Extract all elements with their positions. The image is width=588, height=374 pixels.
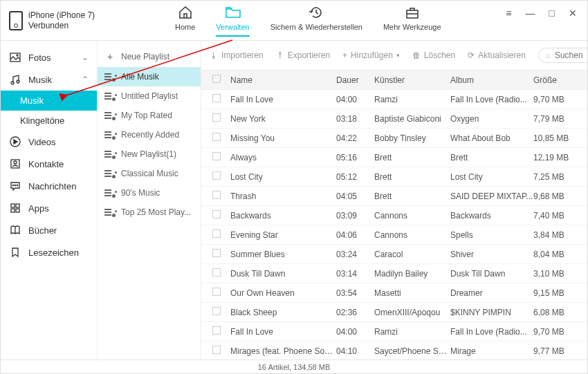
message-icon <box>9 180 21 192</box>
row-checkbox[interactable] <box>212 249 221 257</box>
cell-name: Dusk Till Dawn <box>226 269 336 279</box>
nav-verwalten[interactable]: Verwalten <box>216 5 249 37</box>
row-checkbox[interactable] <box>212 288 221 296</box>
row-checkbox[interactable] <box>212 171 221 180</box>
table-row[interactable]: Black Sheep02:36OmenXIII/Apoqou$KINNY PI… <box>201 303 587 322</box>
table-row[interactable]: Lost City05:12BrettLost City7,25 MB <box>201 167 587 187</box>
cell-artist: Madilyn Bailey <box>374 269 450 279</box>
cell-artist: Caracol <box>374 250 450 259</box>
nav-home[interactable]: Home <box>175 5 195 37</box>
sidebar-kontakte[interactable]: Kontakte <box>1 153 97 175</box>
table-row[interactable]: Mirages (feat. Phoene Somsavath)04:10Say… <box>201 342 587 359</box>
sidebar-buecher[interactable]: Bücher <box>1 219 97 241</box>
row-checkbox[interactable] <box>212 268 221 277</box>
row-checkbox[interactable] <box>212 210 221 218</box>
table-row[interactable]: Always05:16BrettBrett12,19 MB <box>201 148 587 167</box>
import-button[interactable]: ⭳Importieren <box>210 50 264 60</box>
sidebar-musik[interactable]: Musik⌃ <box>1 68 97 91</box>
sidebar-nachrichten[interactable]: Nachrichten <box>1 175 97 197</box>
row-checkbox[interactable] <box>212 133 221 141</box>
chevron-up-icon: ⌃ <box>82 75 89 84</box>
svg-point-10 <box>15 185 15 185</box>
sidebar-klingeltoene[interactable]: Klingeltöne <box>1 111 97 131</box>
select-all-checkbox[interactable] <box>212 75 221 83</box>
table-row[interactable]: Backwards03:09CannonsBackwards7,40 MB <box>201 206 587 225</box>
cell-size: 8,04 MB <box>533 250 582 259</box>
playlist-alle-musik[interactable]: Alle Musik <box>98 67 201 86</box>
cell-name: Backwards <box>226 211 336 221</box>
sidebar-lesezeichen[interactable]: Lesezeichen <box>1 241 97 263</box>
row-checkbox[interactable] <box>212 230 221 238</box>
col-kuenstler[interactable]: Künstler <box>374 75 450 85</box>
plus-icon: + <box>104 51 116 62</box>
playlist-neue[interactable]: +Neue Playlist <box>98 46 201 67</box>
row-checkbox[interactable] <box>212 113 221 122</box>
menu-button[interactable]: ≡ <box>502 6 515 20</box>
col-groesse[interactable]: Größe <box>533 75 582 85</box>
cell-name: Summer Blues <box>226 250 336 259</box>
table-row[interactable]: Dusk Till Dawn03:14Madilyn BaileyDusk Ti… <box>201 264 587 283</box>
cell-dauer: 03:14 <box>336 269 374 279</box>
cell-size: 7,40 MB <box>533 211 582 221</box>
cell-dauer: 04:05 <box>336 191 374 201</box>
table-row[interactable]: Summer Blues03:24CaracolShiver8,04 MB <box>201 245 587 264</box>
playlist-new1[interactable]: New Playlist(1) <box>98 144 201 164</box>
refresh-button[interactable]: ⟳Aktualisieren <box>468 50 526 60</box>
refresh-icon: ⟳ <box>468 50 475 60</box>
sidebar-musik-sub[interactable]: Musik <box>1 91 97 111</box>
delete-button[interactable]: 🗑Löschen <box>412 50 455 60</box>
playlist-icon <box>104 169 116 178</box>
cell-artist: Brett <box>374 191 450 201</box>
table-row[interactable]: Fall In Love04:00RamziFall In Love (Radi… <box>201 322 587 342</box>
nav-sichern[interactable]: Sichern & Wiederherstellen <box>270 5 362 37</box>
playlist-mytop[interactable]: My Top Rated <box>98 106 201 125</box>
cell-album: Brett <box>450 153 533 162</box>
cell-dauer: 02:36 <box>336 308 374 317</box>
export-icon: ⭱ <box>276 50 284 60</box>
playlist-untitled[interactable]: Untitled Playlist <box>98 86 201 106</box>
cell-dauer: 03:09 <box>336 211 374 221</box>
sidebar-videos[interactable]: Videos <box>1 131 97 153</box>
row-checkbox[interactable] <box>212 191 221 199</box>
cell-artist: Cannons <box>374 211 450 221</box>
playlist-classical[interactable]: Classical Music <box>98 164 201 183</box>
add-button[interactable]: +Hinzufügen▾ <box>342 50 400 60</box>
table-row[interactable]: Our Own Heaven03:54MasettiDreamer9,15 MB <box>201 283 587 303</box>
cell-name: New York <box>226 114 336 124</box>
search-box[interactable]: ⌕ <box>538 48 587 63</box>
sidebar-fotos[interactable]: Fotos⌄ <box>1 46 97 68</box>
cell-artist: Masetti <box>374 288 450 298</box>
nav-werkzeuge[interactable]: Mehr Werkzeuge <box>383 5 441 37</box>
playlist-icon <box>104 207 116 217</box>
playlist-top25[interactable]: Top 25 Most Play... <box>98 203 201 222</box>
close-button[interactable]: ✕ <box>565 6 580 20</box>
row-checkbox[interactable] <box>212 94 221 102</box>
sidebar-apps[interactable]: Apps <box>1 197 97 219</box>
col-album[interactable]: Album <box>450 75 533 85</box>
playlist-recent[interactable]: Recently Added <box>98 125 201 144</box>
col-name[interactable]: Name <box>226 75 336 85</box>
playlist-90s[interactable]: 90's Music <box>98 183 201 203</box>
cell-dauer: 04:22 <box>336 133 374 143</box>
export-button[interactable]: ⭱Exportieren <box>276 50 330 60</box>
cell-artist: Cannons <box>374 230 450 240</box>
table-row[interactable]: Thrash04:05BrettSAID DEEP MIXTAP...9,68 … <box>201 187 587 206</box>
maximize-button[interactable]: □ <box>546 6 558 20</box>
phone-icon <box>9 11 23 30</box>
toolbox-icon <box>404 5 421 20</box>
col-dauer[interactable]: Dauer <box>336 75 374 85</box>
row-checkbox[interactable] <box>212 152 221 160</box>
search-input[interactable] <box>555 50 587 60</box>
table-row[interactable]: Evening Star04:06CannonsSpells3,84 MB <box>201 225 587 245</box>
cell-size: 7,25 MB <box>533 172 582 182</box>
table-row[interactable]: New York03:18Baptiste GiabiconiOxygen7,7… <box>201 109 587 129</box>
cell-artist: Baptiste Giabiconi <box>374 114 450 124</box>
table-row[interactable]: Fall In Love04:00RamziFall In Love (Radi… <box>201 90 587 109</box>
minimize-button[interactable]: — <box>522 6 539 20</box>
row-checkbox[interactable] <box>212 326 221 335</box>
table-row[interactable]: Missing You04:22Bobby TinsleyWhat About … <box>201 129 587 148</box>
row-checkbox[interactable] <box>212 346 221 354</box>
row-checkbox[interactable] <box>212 307 221 315</box>
table-body[interactable]: Fall In Love04:00RamziFall In Love (Radi… <box>201 90 587 359</box>
cell-artist: OmenXIII/Apoqou <box>374 308 450 317</box>
